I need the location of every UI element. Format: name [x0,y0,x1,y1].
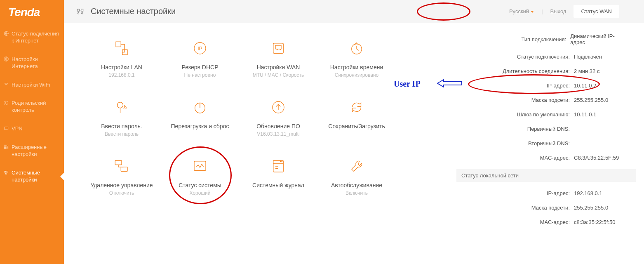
svg-point-2 [5,101,6,103]
sidebar-item-label: Статус подклчения к Интернет [12,31,59,44]
upgrade-icon [270,99,287,116]
svg-point-23 [118,102,123,108]
clock-icon [348,40,365,57]
status-row: Первичный DNS: [458,122,628,136]
lan-icon [113,40,130,57]
status-key: Маска подсети: [458,205,574,211]
svg-rect-10 [7,171,8,172]
status-row: МАС-адрес:C8:3A:35:22:5F:59 [458,151,628,165]
tile-subtitle: Не настроено [163,72,237,78]
svg-point-15 [82,12,83,14]
main-area: Системные настройки Русский | Выход Стат… [64,0,644,264]
svg-rect-29 [194,161,206,171]
tile-system-status[interactable]: Статус системы Хороший [163,158,237,196]
settings-icon [3,170,9,175]
tile-auto-maintenance[interactable]: Автообслуживание Включить [320,158,394,196]
power-icon [191,99,209,116]
status-value: 10.11.0.1 [574,111,596,118]
svg-rect-5 [4,145,6,146]
tile-title: Ввести пароль. [85,123,159,130]
language-selector[interactable]: Русский [509,8,534,14]
logout-link[interactable]: Выход [550,8,566,14]
sidebar-item-system[interactable]: Системные настройки [0,164,64,189]
status-key: Статус подключения: [458,54,574,60]
svg-text:IP: IP [197,46,202,52]
sidebar-item-advanced[interactable]: Расширенные настройки [0,138,64,164]
tile-title: Резерв DHCP [163,64,237,71]
sidebar-item-internet-settings[interactable]: Настройки Интернета [0,50,64,76]
tile-subtitle: 192.168.0.1 [85,72,159,78]
sidebar: Tenda Статус подклчения к Интернет Настр… [0,0,64,264]
svg-rect-12 [78,9,80,11]
dhcp-icon: IP [191,40,209,57]
sidebar-item-parental[interactable]: Родительский контроль [0,94,64,120]
svg-rect-16 [116,42,121,47]
svg-rect-9 [4,171,5,172]
status-row: Шлюз по умолчанию:10.11.0.1 [458,107,628,122]
status-row: Маска подсети:255.255.255.0 [458,93,628,107]
status-value: 10.11.0.2 [574,82,596,89]
sync-icon [348,99,365,116]
sidebar-item-wifi[interactable]: Настройки WiFi [0,76,64,94]
annotation-user-ip-label: User IP [394,79,421,89]
tab-wan-status[interactable]: Статус WAN [573,5,619,18]
tile-firmware-update[interactable]: Обновление ПО V16.03.13.11_multi [241,99,315,137]
status-row: IP-адрес:192.168.0.1 [458,186,628,200]
status-key: Маска подсети: [458,97,574,103]
tile-wan-settings[interactable]: Настройки WAN MTU / MAC / Скорость [241,40,315,78]
tile-dhcp-reserve[interactable]: IP Резерв DHCP Не настроено [163,40,237,78]
annotation-arrow-icon [437,79,462,87]
parental-icon [3,100,9,106]
tile-title: Перезагрузка и сброс [163,123,237,130]
svg-rect-28 [121,167,127,172]
tile-backup-restore[interactable]: Сохранить/Загрузить [320,99,394,137]
svg-rect-8 [7,147,8,149]
tile-title: Удаленное управление [85,182,159,189]
sidebar-item-internet-status[interactable]: Статус подклчения к Интернет [0,25,64,50]
svg-rect-21 [275,45,281,49]
status-key: Тип подключения: [458,36,570,42]
status-row: IP-адрес:10.11.0.2 [458,78,628,93]
page-header: Системные настройки Русский | Выход Стат… [64,0,644,23]
sidebar-item-label: Настройки Интернета [12,56,38,69]
tile-reboot-reset[interactable]: Перезагрузка и сброс [163,99,237,137]
tile-subtitle: V16.03.13.11_multi [241,131,315,137]
svg-rect-20 [273,43,284,54]
sidebar-item-label: Расширенные настройки [12,144,47,157]
sidebar-item-label: Настройки WiFi [12,82,50,88]
svg-rect-6 [7,145,8,146]
status-value: Динамический IP-адрес [570,33,628,45]
svg-point-24 [124,108,125,109]
tile-password[interactable]: Ввести пароль. Ввести пароль [85,99,159,137]
chevron-down-icon [531,11,534,13]
svg-rect-4 [4,127,8,130]
wrench-icon [348,158,365,175]
tile-title: Настройки времени [320,64,394,71]
lan-status-header: Статус локальной сети [456,169,636,182]
tile-system-log[interactable]: Системный журнал [241,158,315,196]
status-row: Вторичный DNS: [458,136,628,151]
divider: | [541,8,543,14]
sidebar-item-label: VPN [12,125,23,132]
svg-point-31 [280,161,281,162]
tile-remote-management[interactable]: Удаленное управление Отключить [85,158,159,196]
status-value: c8:3a:35:22:5f:50 [574,219,615,225]
status-value: 255.255.255.0 [574,97,608,103]
status-key: Шлюз по умолчанию: [458,111,574,118]
svg-point-14 [78,12,79,14]
tile-lan-settings[interactable]: Настройки LAN 192.168.0.1 [85,40,159,78]
brand-logo: Tenda [0,0,64,25]
status-row: МАС-адрес:c8:3a:35:22:5f:50 [458,215,628,229]
tile-title: Настройки WAN [241,64,315,71]
status-key: IP-адрес: [458,82,574,89]
tile-title: Настройки LAN [85,64,159,71]
tile-subtitle: Отключить [85,190,159,196]
status-row: Длительность соединения:2 мин 32 с [458,64,628,78]
status-key: МАС-адрес: [458,155,574,161]
vpn-icon [3,125,9,131]
tile-time-settings[interactable]: Настройки времени Синхронизировано [320,40,394,78]
sidebar-item-vpn[interactable]: VPN [0,120,64,138]
password-icon [113,99,130,116]
tile-title: Системный журнал [241,182,315,189]
tile-subtitle: MTU / MAC / Скорость [241,72,315,78]
